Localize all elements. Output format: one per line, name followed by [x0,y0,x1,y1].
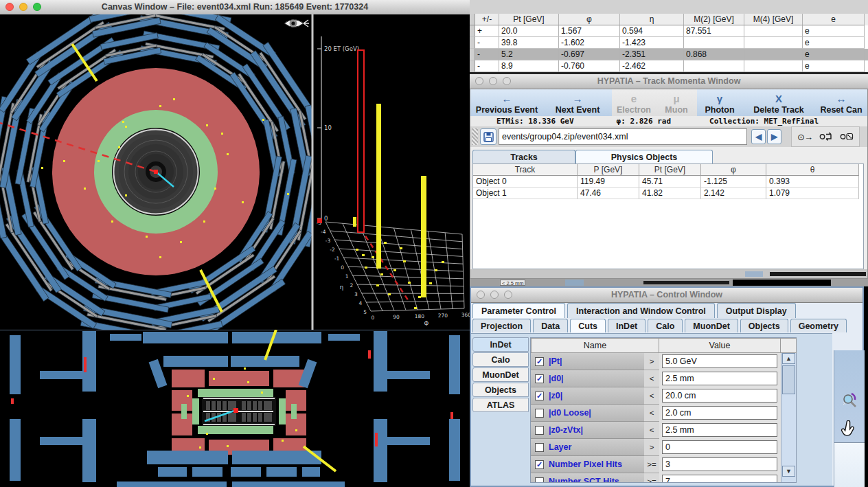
previous-event-button[interactable]: ←Previous Event [470,89,543,116]
cut-checkbox[interactable]: ✓ [535,392,544,400]
et-lego-plot[interactable]: 20 ET (GeV)100-5-4-3-2-10123450901802703… [312,14,470,330]
svg-text:0: 0 [324,215,328,222]
zoom-icon[interactable] [503,77,511,85]
mass-table-row[interactable]: +20.01.5670.59487.551e [470,25,868,37]
tab-muondet[interactable]: MuonDet [685,319,738,332]
row-header-strip [470,25,475,37]
next-file-button[interactable]: ▶ [767,129,781,144]
mass-cell: e [803,49,865,60]
loop-tracks-icon[interactable] [819,132,833,141]
mass-cell [744,60,803,72]
cut-name-cell: ✓|z0| [531,387,645,405]
track-momenta-window: HYPATIA – Track Momenta Window ←Previous… [470,74,868,279]
tab-calo[interactable]: Calo [648,319,683,332]
tab-projection[interactable]: Projection [472,319,531,332]
minimize-icon[interactable] [489,77,497,85]
pointer-panel[interactable] [834,443,865,487]
mass-cell: 0.594 [620,25,684,37]
prev-file-button[interactable]: ◀ [751,129,766,144]
tab-objects[interactable]: Objects [740,319,788,332]
cut-checkbox[interactable] [535,477,544,483]
close-icon[interactable] [475,77,483,85]
cut-value-input[interactable] [662,389,777,403]
magnifier-panel[interactable] [834,350,865,443]
cut-value-input[interactable] [662,372,777,385]
cut-value-input[interactable] [662,423,777,437]
tab-cuts[interactable]: Cuts [570,319,606,332]
reset-can-button[interactable]: ↔Reset Can [815,89,867,116]
cut-row: Layer> [531,439,781,456]
cut-name-label: |d0| [549,374,564,383]
tab-tracks[interactable]: Tracks [472,150,575,163]
cut-value-input[interactable] [662,440,777,454]
scrollbar-thumb-fragment[interactable] [745,271,763,277]
cut-checkbox[interactable]: ✓ [535,357,544,366]
mass-table-row[interactable]: -39.8-1.602-1.423e [470,37,868,49]
mass-table-row[interactable]: -5.2-0.697-2.3510.868e [470,49,868,60]
tab-indet[interactable]: InDet [608,319,646,332]
random-event-icon[interactable] [840,132,854,141]
zoom-icon[interactable] [33,3,41,11]
mass-cell: - [475,60,499,72]
photon-button[interactable]: γPhoton [697,89,742,116]
close-icon[interactable] [477,291,485,299]
etmis-value: ETMis: 18.336 GeV [496,117,574,126]
minimize-icon[interactable] [490,291,499,299]
occluded-fragment [643,281,729,284]
cut-checkbox[interactable]: ✓ [535,374,544,383]
cut-name-label: |z0-zVtx| [549,425,583,435]
physics-table-row[interactable]: Object 147.4641.822.1421.079 [473,188,863,199]
side-tab-atlas[interactable]: ATLAS [472,398,529,412]
detector-end-view[interactable] [0,14,312,330]
cut-row: Number SCT Hits>= [531,473,781,482]
cut-value-input[interactable] [662,457,777,471]
scroll-down-button[interactable]: ▼ [782,466,795,477]
reset-icon: ↔ [836,93,847,105]
mass-cell: -2.462 [620,60,684,72]
cut-operator: < [644,370,659,387]
delete-track-button[interactable]: XDelete Track [742,89,815,116]
arrow-right-icon: → [573,93,583,105]
cut-checkbox[interactable]: ✓ [535,460,544,469]
tab-parameter-control[interactable]: Parameter Control [472,303,565,318]
track-to-vertex-icon[interactable]: ⊙→ [797,132,812,142]
tab-data[interactable]: Data [533,319,568,332]
tab-physics-objects[interactable]: Physics Objects [575,150,713,163]
cut-value-input[interactable] [662,354,777,368]
cut-checkbox[interactable] [535,409,544,418]
cuts-scrollbar[interactable]: ▲ ▼ [781,353,796,482]
cut-value-input[interactable] [662,475,777,482]
event-path-input[interactable] [499,128,747,145]
detector-side-view[interactable] [0,330,470,487]
cut-checkbox[interactable] [535,443,544,452]
physics-table-header: TrackP [GeV]Pt [GeV]φθ [473,164,863,176]
cut-checkbox[interactable] [535,426,544,435]
side-tab-indet[interactable]: InDet [472,337,529,352]
cuts-header-value: Value [659,338,781,353]
scrollbar-fragment[interactable] [770,272,866,276]
close-icon[interactable] [5,3,14,11]
scroll-up-button[interactable]: ▲ [782,353,795,364]
mass-cell: -0.760 [559,60,620,72]
scroll-thumb[interactable] [782,365,795,394]
mass-cell: 5.2 [499,49,559,60]
muon-button: μMuon [656,89,697,116]
side-tab-muondet[interactable]: MuonDet [472,367,529,382]
side-tab-objects[interactable]: Objects [472,383,529,397]
next-event-button[interactable]: →Next Event [543,89,612,116]
physics-column-header: θ [766,164,859,176]
save-event-button[interactable] [480,128,496,145]
tab-geometry[interactable]: Geometry [790,319,847,332]
zoom-icon[interactable] [504,291,512,299]
mass-cell: -0.697 [559,49,620,60]
side-tab-calo[interactable]: Calo [472,352,529,367]
physics-table-row[interactable]: Object 0119.4945.71-1.1250.393 [473,176,863,188]
minimize-icon[interactable] [19,3,27,11]
occluded-fragment [733,280,831,286]
drag-handle[interactable] [472,128,478,145]
cut-name-cell: |d0 Loose| [531,405,645,422]
mass-table-row[interactable]: -8.9-0.760-2.462e [470,60,868,72]
tab-interaction-and-window-control[interactable]: Interaction and Window Control [567,303,715,318]
cut-value-input[interactable] [662,406,777,420]
tab-output-display[interactable]: Output Display [717,303,796,318]
